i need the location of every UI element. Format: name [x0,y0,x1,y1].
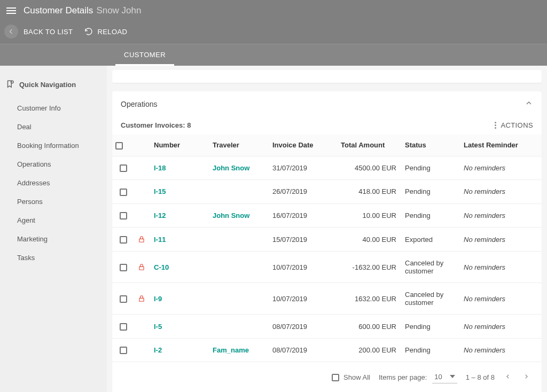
svg-rect-1 [139,239,144,242]
table-row[interactable]: I-12John Snow16/07/201910.00 EURPendingN… [112,203,542,228]
sidebar-item-customer-info[interactable]: Customer Info [0,99,107,117]
total-amount: 600.00 EUR [338,315,402,339]
row-checkbox[interactable] [120,236,127,244]
show-all-checkbox[interactable] [332,374,339,381]
status-text: Pending [402,156,460,180]
row-checkbox[interactable] [120,189,127,196]
lock-icon [138,235,147,244]
svg-rect-2 [139,267,144,270]
items-per-page: Items per page: 10 [379,372,457,383]
lock-icon [138,294,147,303]
col-traveler[interactable]: Traveler [209,135,269,156]
col-status[interactable]: Status [402,135,460,156]
col-total-amount[interactable]: Total Amount [338,135,402,156]
col-invoice-date[interactable]: Invoice Date [269,135,338,156]
invoice-number-link[interactable]: I-2 [154,346,162,354]
invoice-number-link[interactable]: I-18 [154,164,166,172]
sidebar-item-marketing[interactable]: Marketing [0,230,107,248]
col-latest-reminder[interactable]: Latest Reminder [460,135,542,156]
total-amount: 10.00 EUR [338,203,402,228]
sidebar: Quick Navigation Customer Info Deal Book… [0,66,107,392]
total-amount: 4500.00 EUR [338,156,402,180]
status-text: Pending [402,338,460,362]
traveler-link[interactable]: John Snow [213,164,249,172]
traveler-link[interactable]: Fam_name [213,346,249,354]
col-number[interactable]: Number [151,135,209,156]
sidebar-item-operations[interactable]: Operations [0,155,107,174]
back-button[interactable] [4,25,18,38]
row-checkbox[interactable] [120,212,127,219]
row-checkbox[interactable] [120,295,127,303]
collapse-icon[interactable] [525,99,533,109]
invoice-date: 16/07/2019 [269,203,338,228]
total-amount: 200.00 EUR [338,338,402,362]
sidebar-item-persons[interactable]: Persons [0,192,107,211]
sidebar-item-agent[interactable]: Agent [0,211,107,230]
invoice-number-link[interactable]: I-15 [154,187,166,195]
latest-reminder: No reminders [460,228,542,252]
status-text: Pending [402,203,460,228]
chevron-down-icon [450,375,455,378]
status-text: Canceled by customer [402,283,460,315]
reload-button[interactable]: RELOAD [84,27,127,36]
latest-reminder: No reminders [460,283,542,315]
kebab-icon [495,122,496,129]
sidebar-item-booking-information[interactable]: Booking Information [0,136,107,155]
operations-card: Operations Customer Invoices: 8 ACTIONS [112,91,542,392]
latest-reminder: No reminders [460,252,542,283]
sidebar-item-tasks[interactable]: Tasks [0,248,107,267]
add-customer-invoice-button[interactable]: CUSTOMER INVOICE [112,387,542,392]
total-amount: 1632.00 EUR [338,283,402,315]
status-text: Canceled by customer [402,252,460,283]
latest-reminder: No reminders [460,203,542,228]
table-row[interactable]: I-2Fam_name08/07/2019200.00 EURPendingNo… [112,338,542,362]
invoice-date: 26/07/2019 [269,180,338,204]
invoice-number-link[interactable]: C-10 [154,263,169,271]
invoice-date: 08/07/2019 [269,338,338,362]
total-amount: 418.00 EUR [338,180,402,204]
table-row[interactable]: I-508/07/2019600.00 EURPendingNo reminde… [112,315,542,339]
card-placeholder [112,70,542,83]
sidebar-item-addresses[interactable]: Addresses [0,174,107,192]
bookmark-icon [5,80,15,89]
sidebar-item-deal[interactable]: Deal [0,117,107,136]
pagination-range: 1 – 8 of 8 [466,373,495,381]
latest-reminder: No reminders [460,156,542,180]
tab-customer[interactable]: CUSTOMER [115,44,174,66]
back-to-list-link[interactable]: BACK TO LIST [24,28,73,36]
row-checkbox[interactable] [120,164,127,172]
invoice-number-link[interactable]: I-5 [154,323,162,331]
table-row[interactable]: I-1526/07/2019418.00 EURPendingNo remind… [112,180,542,204]
invoice-number-link[interactable]: I-9 [154,295,162,303]
table-row[interactable]: I-18John Snow31/07/20194500.00 EURPendin… [112,156,542,180]
page-title: Customer Details Snow John [24,5,142,16]
table-row[interactable]: I-910/07/20191632.00 EURCanceled by cust… [112,283,542,315]
actions-menu[interactable]: ACTIONS [495,121,533,129]
latest-reminder: No reminders [460,338,542,362]
traveler-link[interactable]: John Snow [213,211,249,219]
invoice-date: 15/07/2019 [269,228,338,252]
invoice-date: 31/07/2019 [269,156,338,180]
table-row[interactable]: I-1115/07/201940.00 EURExportedNo remind… [112,228,542,252]
show-all-toggle[interactable]: Show All [332,373,370,381]
status-text: Pending [402,180,460,204]
row-checkbox[interactable] [120,264,127,271]
svg-rect-3 [139,299,144,302]
hamburger-menu[interactable] [6,6,16,15]
page-next-button[interactable] [521,371,531,384]
invoice-date: 10/07/2019 [269,252,338,283]
latest-reminder: No reminders [460,180,542,204]
table-row[interactable]: C-1010/07/2019-1632.00 EURCanceled by cu… [112,252,542,283]
invoice-number-link[interactable]: I-12 [154,211,166,219]
status-text: Exported [402,228,460,252]
page-prev-button[interactable] [503,371,513,384]
quick-navigation-header: Quick Navigation [0,80,107,99]
invoices-table: Number Traveler Invoice Date Total Amoun… [112,135,542,362]
card-title: Operations [121,100,157,108]
row-checkbox[interactable] [120,323,127,331]
row-checkbox[interactable] [120,347,127,354]
total-amount: -1632.00 EUR [338,252,402,283]
items-per-page-select[interactable]: 10 [432,372,457,383]
invoice-number-link[interactable]: I-11 [154,236,166,244]
select-all-checkbox[interactable] [115,142,123,150]
